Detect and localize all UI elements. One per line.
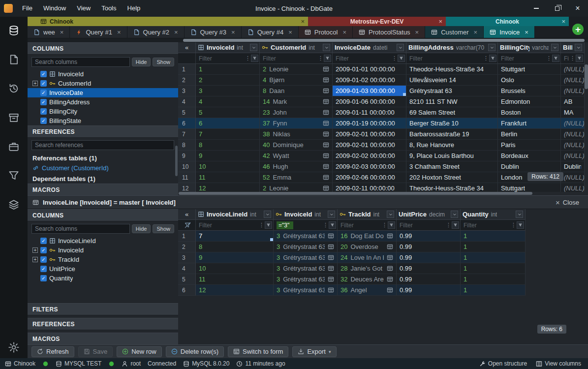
panel-section-columns[interactable]: COLUMNS <box>28 42 178 55</box>
cell-billingcity[interactable]: Frankfurt <box>498 118 561 129</box>
cell-invoiceid[interactable]: 9 <box>196 151 260 161</box>
activitybar-history-icon[interactable] <box>8 83 20 94</box>
activitybar-archive-icon[interactable] <box>8 112 20 123</box>
cell-invoiceid[interactable]: 8 <box>196 140 260 151</box>
filter-icon[interactable] <box>489 55 496 62</box>
cell-invoicelineid[interactable]: 12 <box>196 285 274 296</box>
filter-icon[interactable] <box>251 55 258 62</box>
filter-menu-icon[interactable]: ⋮ <box>546 55 551 62</box>
row-number[interactable]: 6 <box>178 118 196 129</box>
column-header-unitprice[interactable]: UnitPricedecim <box>397 209 461 220</box>
activitybar-apps-icon[interactable] <box>8 141 20 153</box>
cell-billingaddress[interactable]: 9, Place Louis Barthou <box>406 151 498 161</box>
cell-customerid[interactable]: 42Wyatt <box>260 151 333 161</box>
cell-billingaddress[interactable]: Theodor-Heuss-Straße 34 <box>406 183 498 192</box>
cell-billi[interactable]: (NULL) <box>561 151 585 161</box>
hide-columns-button[interactable]: Hide <box>132 224 151 233</box>
clear-filters-button[interactable] <box>178 220 196 231</box>
close-tab-icon[interactable]: × <box>474 29 478 36</box>
column-menu-icon[interactable] <box>264 211 271 218</box>
cell-invoiceid[interactable]: 3Grétrystraat 63 <box>274 242 338 252</box>
cell-customerid[interactable]: 4Bjørn <box>260 75 333 86</box>
panel-section-macros[interactable]: MACROS <box>28 184 178 195</box>
checkbox-checked[interactable]: ✓ <box>40 266 47 272</box>
cell-billingaddress[interactable]: 8, Rue Hanovre <box>406 140 498 151</box>
filter-menu-icon[interactable]: ⋮ <box>446 222 451 228</box>
column-header-invoiceid[interactable]: InvoiceIdint <box>274 209 338 220</box>
filter-menu-icon[interactable]: ⋮ <box>318 55 323 62</box>
cell-billingaddress[interactable]: Theodor-Heuss-Straße 34 <box>406 64 498 75</box>
cell-unitprice[interactable]: 0.99 <box>397 263 461 274</box>
search-input[interactable] <box>31 57 130 67</box>
cell-invoiceid[interactable]: 3 <box>196 86 260 96</box>
minimize-button[interactable] <box>526 0 547 17</box>
cell-quantity[interactable]: 1 <box>461 242 526 252</box>
show-columns-button[interactable]: Show <box>153 224 174 233</box>
cell-invoiceid[interactable]: 5 <box>196 107 260 118</box>
cell-invoiceid[interactable]: 2 <box>196 75 260 86</box>
filter-input-trackid[interactable]: Filter⋮ <box>338 220 397 231</box>
row-number[interactable]: 5 <box>178 274 196 285</box>
new-row-button[interactable]: New row <box>117 346 162 357</box>
tab-query-1[interactable]: Query #1× <box>70 26 127 38</box>
column-item-trackid[interactable]: +✓TrackId <box>28 255 178 264</box>
cell-invoicelineid[interactable]: 11 <box>196 274 274 285</box>
column-item-billingaddress[interactable]: ✓BillingAddress <box>28 97 178 107</box>
cell-billi[interactable]: (NULL) <box>561 172 585 183</box>
cell-invoicedate[interactable]: 2009-01-19 00:00:00 <box>333 118 406 129</box>
tab-invoice[interactable]: Invoice× <box>484 26 535 38</box>
cell-invoicedate[interactable]: 2009-01-03 00:00:00 <box>333 86 406 96</box>
filter-menu-icon[interactable]: ⋮ <box>570 55 575 62</box>
cell-billingcity[interactable]: Brussels <box>498 86 561 96</box>
cell-customerid[interactable]: 40Dominique <box>260 140 333 151</box>
collapse-columns-button[interactable]: « <box>178 209 196 220</box>
panel-scrollbar[interactable] <box>175 146 178 176</box>
filter-icon[interactable] <box>398 55 405 62</box>
cell-invoicedate[interactable]: 2009-01-02 00:00:00 <box>333 75 406 86</box>
cell-invoiceid[interactable]: 4 <box>196 96 260 107</box>
cell-billingcity[interactable]: Paris <box>498 140 561 151</box>
filter-menu-icon[interactable]: ⋮ <box>259 222 264 228</box>
column-item-unitprice[interactable]: ✓UnitPrice <box>28 264 178 274</box>
cell-invoiceid[interactable]: 3Grétrystraat 63 <box>274 285 338 296</box>
close-tab-icon[interactable]: × <box>117 29 121 36</box>
filter-icon[interactable] <box>388 221 395 229</box>
column-menu-icon[interactable] <box>397 44 404 51</box>
close-window-button[interactable]: × <box>567 0 588 17</box>
cell-invoicelineid[interactable]: 8 <box>196 242 274 252</box>
collapse-columns-button[interactable]: « <box>178 42 196 53</box>
cell-billingaddress[interactable]: Berger Straße 10 <box>406 118 498 129</box>
cell-trackid[interactable]: 36Angel <box>338 285 397 296</box>
column-menu-icon[interactable] <box>516 211 523 218</box>
filter-input-invoiceid[interactable]: ="3"⋮ <box>274 220 338 231</box>
cell-customerid[interactable]: 38Niklas <box>260 129 333 140</box>
filter-menu-icon[interactable]: ⋮ <box>382 222 387 228</box>
filter-menu-icon[interactable]: ⋮ <box>245 55 250 62</box>
status-view-columns[interactable]: View columns <box>536 360 581 367</box>
cell-invoiceid[interactable]: 3Grétrystraat 63 <box>274 252 338 263</box>
filter-icon[interactable] <box>324 55 331 62</box>
menu-help[interactable]: Help <box>122 0 146 17</box>
column-menu-icon[interactable] <box>451 211 458 218</box>
filter-input-invoicedate[interactable]: Filter⋮ <box>333 53 406 64</box>
cell-unitprice[interactable]: 0.99 <box>397 252 461 263</box>
row-number[interactable]: 2 <box>178 75 196 86</box>
cell-quantity[interactable]: 1 <box>461 274 526 285</box>
cell-billingaddress[interactable]: 8210 111 ST NW <box>406 96 498 107</box>
column-item-billingcity[interactable]: ✓BillingCity <box>28 107 178 116</box>
checkbox-checked[interactable]: ✓ <box>40 80 47 87</box>
cell-invoiceid[interactable]: 11 <box>196 172 260 183</box>
cell-invoiceid[interactable]: 6 <box>196 118 260 129</box>
search-input[interactable] <box>31 140 174 150</box>
cell-invoiceid[interactable]: 12 <box>196 183 260 192</box>
row-number[interactable]: 11 <box>178 172 196 183</box>
column-menu-icon[interactable] <box>551 44 558 51</box>
row-number[interactable]: 2 <box>178 242 196 252</box>
cell-customerid[interactable]: 37Fynn <box>260 118 333 129</box>
cell-billingaddress[interactable]: Barbarossastraße 19 <box>406 129 498 140</box>
menu-file[interactable]: File <box>17 0 38 17</box>
row-number[interactable]: 8 <box>178 140 196 151</box>
row-number[interactable]: 6 <box>178 285 196 296</box>
search-input[interactable] <box>31 224 130 234</box>
column-item-invoiceid[interactable]: +✓InvoiceId <box>28 246 178 255</box>
